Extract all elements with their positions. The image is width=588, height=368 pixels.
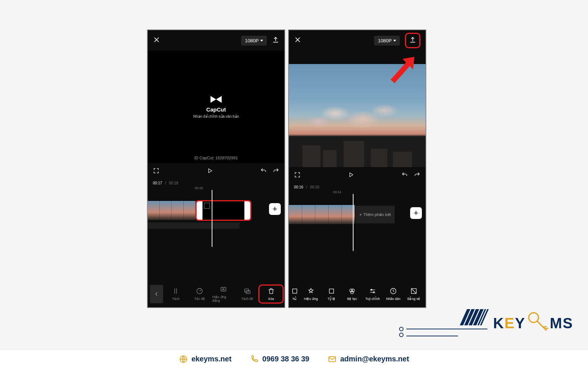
time-row: 00:17 / 00:18 [148, 180, 284, 186]
preview-clouds [302, 100, 412, 133]
clip-thumb[interactable] [148, 201, 160, 220]
clip-body[interactable] [202, 201, 244, 220]
tool-delete[interactable]: Xóa [260, 287, 282, 301]
contact-phone[interactable]: 0969 38 36 39 [250, 355, 309, 364]
chevron-down-icon [260, 40, 263, 42]
undo-redo-group [401, 171, 420, 180]
timeline[interactable]: 00:16 + [148, 186, 284, 247]
key-icon [526, 309, 550, 337]
line-icon [406, 336, 458, 336]
redo-icon[interactable] [273, 167, 279, 176]
svg-rect-1 [221, 287, 226, 291]
selected-clip-highlight[interactable] [196, 200, 251, 221]
svg-rect-4 [293, 289, 297, 293]
chevron-down-icon [393, 40, 396, 42]
timeline-ruler: 00:16 [148, 186, 284, 191]
preview-subtitle: Nhấn để chỉnh sửa văn bản [193, 114, 239, 118]
playback-row [289, 167, 426, 184]
video-preview[interactable]: CapCut Nhấn để chỉnh sửa văn bản ID CapC… [148, 51, 284, 163]
undo-redo-group [260, 167, 279, 176]
time-current: 00:17 [153, 181, 162, 185]
toolbar-back-button[interactable] [150, 285, 163, 303]
close-icon[interactable] [294, 36, 301, 45]
resolution-button[interactable]: 1080P [374, 36, 400, 46]
clip-thumb[interactable] [160, 201, 172, 220]
preview-brand: CapCut [206, 106, 226, 113]
fullscreen-icon[interactable] [153, 167, 159, 176]
time-total: 00:18 [169, 181, 178, 185]
export-icon-highlight[interactable] [405, 33, 420, 48]
preview-id: ID CapCut: 1628702991 [148, 156, 284, 160]
audio-track[interactable] [148, 222, 240, 229]
globe-icon [179, 355, 188, 364]
add-ending-button[interactable]: + Thêm phần kết [356, 206, 395, 223]
resolution-button[interactable]: 1080P [241, 36, 267, 46]
fullscreen-icon[interactable] [294, 171, 301, 180]
playhead[interactable] [353, 194, 354, 251]
dot-icon [399, 333, 404, 337]
clip-thumb[interactable] [302, 205, 315, 224]
timeline[interactable]: 00:14 + Thêm phần kết + [289, 190, 426, 251]
topbar-right: 1080P [241, 36, 279, 46]
clip-thumb[interactable] [315, 205, 329, 224]
toolbar: hủ Hiệu ứng Tỷ lệ Bộ lọc Tuỳ chỉnh Nhãn … [289, 281, 426, 307]
clip-thumbs[interactable] [148, 201, 196, 220]
phone-icon [250, 355, 259, 364]
tool-adjust[interactable]: Tuỳ chỉnh [363, 287, 382, 301]
export-icon[interactable] [272, 36, 279, 45]
clip-mini-icon [204, 203, 210, 209]
svg-point-8 [351, 291, 354, 294]
tool-canvas[interactable]: Bảng về [404, 287, 423, 301]
clip-thumb[interactable] [329, 205, 342, 224]
tool-effects[interactable]: Hiệu ứng [301, 287, 320, 301]
topbar: 1080P [289, 30, 426, 51]
mail-icon [328, 355, 337, 364]
add-clip-button[interactable]: + [410, 207, 422, 219]
redo-icon[interactable] [414, 171, 420, 180]
brand-slashes-icon [463, 309, 485, 325]
resolution-label: 1080P [245, 38, 259, 43]
time-current: 00:16 [294, 185, 303, 189]
brand-logo: KEY MS [493, 309, 573, 337]
tool-overlay[interactable]: hủ [290, 287, 300, 301]
tool-extract-audio[interactable]: Tách lời [236, 287, 258, 301]
clip-thumb[interactable] [184, 201, 196, 220]
play-icon[interactable] [348, 171, 354, 180]
toolbar: Tách Tốc độ Hiệu ứng động Tách lời Xóa [148, 281, 284, 307]
contact-email[interactable]: admin@ekeyms.net [328, 355, 409, 364]
page-footer: KEY MS ekeyms.net 0969 38 36 39 admin@ek… [0, 309, 588, 368]
svg-rect-5 [329, 289, 334, 293]
clip-thumb[interactable] [172, 201, 184, 220]
clip-trim-handle-left[interactable] [197, 201, 202, 220]
playhead[interactable] [212, 190, 212, 247]
preview-buildings [289, 136, 426, 167]
contact-site[interactable]: ekeyms.net [179, 355, 232, 364]
timeline-ruler: 00:14 [289, 190, 426, 195]
add-clip-button[interactable]: + [269, 203, 281, 215]
topbar-right: 1080P [374, 33, 420, 48]
line-icon [406, 329, 487, 329]
ruler-tick: 00:14 [333, 190, 341, 194]
clip-thumbs[interactable] [289, 205, 355, 224]
tool-animation[interactable]: Hiệu ứng động [212, 286, 235, 302]
video-preview[interactable] [289, 64, 426, 167]
tool-sticker[interactable]: Nhãn dán [384, 287, 403, 301]
ruler-tick: 00:16 [195, 186, 203, 190]
plus-icon: + [359, 212, 362, 217]
topbar: 1080P [148, 30, 284, 51]
capcut-logo-icon [210, 95, 222, 105]
tool-delete-highlight [258, 284, 284, 304]
undo-icon[interactable] [260, 167, 267, 176]
phone-right: 1080P [288, 29, 426, 308]
playback-row [148, 163, 284, 180]
tool-filter[interactable]: Bộ lọc [343, 287, 362, 301]
tool-ratio[interactable]: Tỷ lệ [322, 287, 341, 301]
play-icon[interactable] [207, 167, 213, 176]
undo-icon[interactable] [401, 171, 408, 180]
tool-speed[interactable]: Tốc độ [189, 287, 211, 301]
tool-split[interactable]: Tách [165, 287, 187, 301]
close-icon[interactable] [153, 36, 160, 45]
clip-trim-handle-right[interactable] [244, 201, 250, 220]
clip-thumb[interactable] [289, 205, 302, 224]
dot-icon [399, 327, 404, 331]
